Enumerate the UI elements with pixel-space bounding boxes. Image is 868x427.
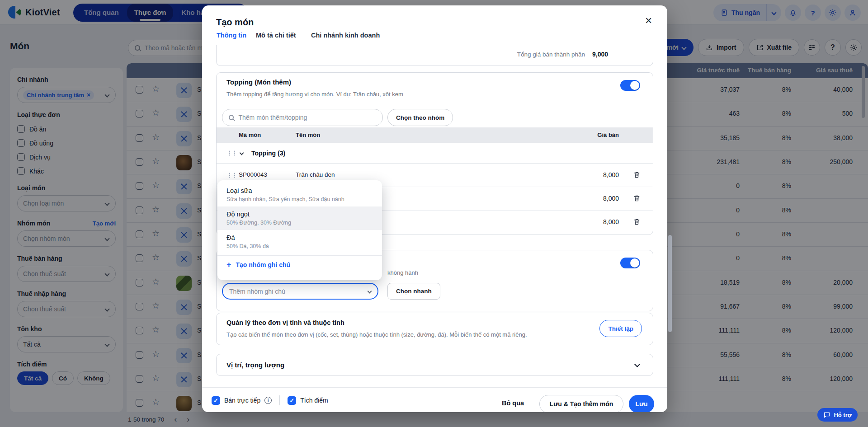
topping-group-label: Topping (3) <box>251 150 285 157</box>
loyalty-checkbox[interactable]: ✓ <box>288 396 296 405</box>
choose-by-group-button[interactable]: Chọn theo nhóm <box>387 109 453 126</box>
app: KiotViet Tổng quan Thực đơn Kho hàng Ph … <box>0 0 868 427</box>
chevron-down-icon <box>634 361 640 367</box>
note-toggle[interactable] <box>620 258 640 268</box>
component-total: Tổng giá bán thành phần 9,000 <box>517 51 608 58</box>
topping-table-header: Mã món Tên món Giá bán <box>217 127 653 143</box>
modal-scrollbar[interactable] <box>668 235 672 332</box>
chevron-down-icon[interactable] <box>240 151 244 155</box>
topping-code: SP000043 <box>239 171 267 178</box>
chevron-down-icon <box>368 289 372 294</box>
delete-icon[interactable] <box>633 194 641 202</box>
divider <box>279 395 280 405</box>
col-item-name: Tên món <box>296 131 320 138</box>
note-group-select[interactable] <box>222 283 378 300</box>
topping-price: 8,000 <box>603 218 619 225</box>
item-desc: Sữa hạnh nhân, Sữa yến mạch, Sữa đậu nàn… <box>226 196 373 202</box>
setup-button[interactable]: Thiết lập <box>599 320 642 337</box>
create-note-group-label: Tạo nhóm ghi chú <box>236 261 291 268</box>
create-dish-modal: Tạo món × Thông tin Mô tả chi tiết Chi n… <box>202 5 667 412</box>
chat-icon <box>823 411 830 418</box>
dropdown-item-do-ngot[interactable]: Độ ngọt 50% Đường, 30% Đường <box>217 206 382 230</box>
item-desc: 50% Đá, 30% đá <box>226 243 373 249</box>
save-button[interactable]: Lưu <box>629 395 654 412</box>
tab-thong-tin[interactable]: Thông tin <box>217 32 246 39</box>
modal-title: Tạo món <box>216 17 254 28</box>
dropdown-item-da[interactable]: Đá 50% Đá, 30% đá <box>217 230 382 253</box>
topping-search[interactable] <box>222 109 383 126</box>
search-icon <box>229 115 234 120</box>
info-icon[interactable]: i <box>264 397 272 404</box>
col-item-code: Mã món <box>239 131 261 138</box>
tab-chi-nhanh-kinh-doanh[interactable]: Chi nhánh kinh doanh <box>311 32 380 39</box>
col-sale-price: Giá bán <box>597 131 619 138</box>
item-title: Loại sữa <box>226 187 373 194</box>
support-button[interactable]: Hỗ trợ <box>817 408 858 422</box>
topping-search-input[interactable] <box>238 114 376 121</box>
direct-sale-label: Bán trực tiếp <box>224 397 260 404</box>
unit-section-title: Quản lý theo đơn vị tính và thuộc tính <box>226 319 344 326</box>
delete-icon[interactable] <box>633 218 641 226</box>
close-icon[interactable]: × <box>645 14 652 26</box>
create-note-group-button[interactable]: + Tạo nhóm ghi chú <box>217 256 382 274</box>
item-title: Đá <box>226 234 373 241</box>
loyalty-checkbox-label: Tích điểm <box>300 397 328 404</box>
tab-mo-ta-chi-tiet[interactable]: Mô tả chi tiết <box>256 32 296 39</box>
quick-choose-button[interactable]: Chọn nhanh <box>387 283 440 300</box>
position-section-title: Vị trí, trọng lượng <box>226 361 284 369</box>
note-group-input[interactable] <box>229 288 360 295</box>
plus-icon: + <box>226 261 231 269</box>
note-group-dropdown: Loại sữa Sữa hạnh nhân, Sữa yến mạch, Sữ… <box>217 180 382 280</box>
drag-handle-icon[interactable]: ⋮⋮ <box>226 150 236 156</box>
unit-attribute-card: Quản lý theo đơn vị tính và thuộc tính T… <box>216 313 653 345</box>
position-weight-card[interactable]: Vị trí, trọng lượng <box>216 354 653 376</box>
delete-icon[interactable] <box>633 171 641 179</box>
support-label: Hỗ trợ <box>834 412 852 418</box>
component-total-label: Tổng giá bán thành phần <box>517 51 585 58</box>
topping-toggle[interactable] <box>620 80 640 91</box>
topping-title: Topping (Món thêm) <box>226 78 291 86</box>
dropdown-item-loai-sua[interactable]: Loại sữa Sữa hạnh nhân, Sữa yến mạch, Sữ… <box>217 183 382 206</box>
save-and-create-button[interactable]: Lưu & Tạo thêm món <box>539 395 623 412</box>
topping-group-row[interactable]: ⋮⋮ Topping (3) <box>217 143 653 164</box>
unit-section-subtitle: Tạo các biến thể món theo đơn vị (cốc, s… <box>226 331 527 338</box>
topping-subtitle: Thêm topping để tăng hương vị cho món. V… <box>226 91 403 98</box>
skip-button[interactable]: Bỏ qua <box>502 399 529 407</box>
topping-name: Trân châu đen <box>296 171 335 178</box>
note-subtitle-fragment: không hành <box>387 269 418 276</box>
drag-handle-icon[interactable]: ⋮⋮ <box>226 172 236 178</box>
direct-sale-checkbox[interactable]: ✓ <box>212 396 220 405</box>
topping-price: 8,000 <box>603 171 619 178</box>
modal-footer: ✓ Bán trực tiếp i ✓ Tích điểm Bỏ qua Lưu… <box>202 387 667 412</box>
topping-price: 8,000 <box>603 195 619 202</box>
item-title: Độ ngọt <box>226 211 373 218</box>
component-price-card: Tổng giá bán thành phần 9,000 <box>216 45 653 66</box>
item-desc: 50% Đường, 30% Đường <box>226 220 373 226</box>
component-total-value: 9,000 <box>592 51 608 58</box>
